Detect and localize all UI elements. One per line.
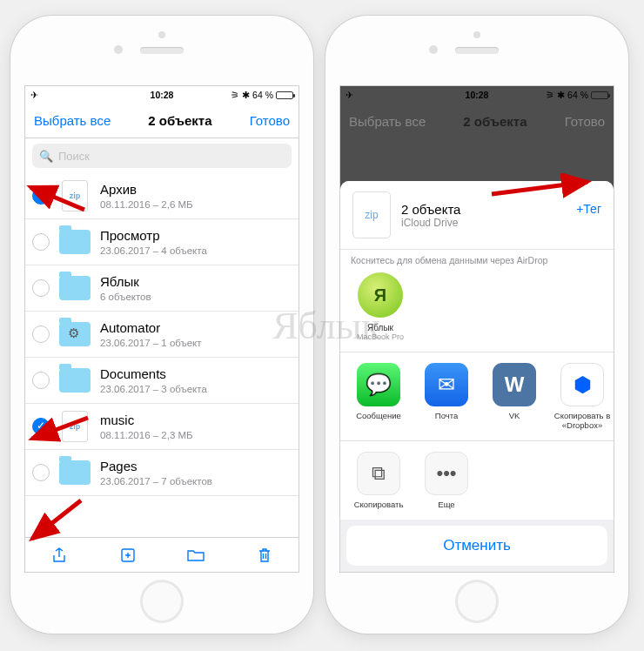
checkbox[interactable] [32,233,50,251]
phone-left: ✈︎ 10:28 ⚞ ✱ 64 % Выбрать все 2 объекта … [10,16,313,634]
more-icon: ••• [425,452,468,495]
app-row: 💬Сообщение✉︎ПочтаWVK⬢Скопировать в «Drop… [340,352,614,441]
item-title: Pages [100,459,290,474]
search-icon: 🔍 [39,150,53,163]
share-title: 2 объекта [401,202,460,217]
action-more[interactable]: •••Еще [415,452,478,509]
folder-automator-icon [58,318,91,351]
app-label: Сообщение [347,411,410,420]
item-subtitle: 6 объектов [100,292,290,302]
action-label: Еще [415,500,478,509]
share-header: zip 2 объекта iCloud Drive +Тег [340,181,614,250]
checkbox[interactable] [32,372,50,389]
airdrop-section: Коснитесь для обмена данными через AirDr… [340,250,614,352]
navbar-title: 2 объекта [463,114,527,129]
folder-icon [58,364,91,397]
share-app-mail[interactable]: ✉︎Почта [415,363,478,430]
screen-right: ✈︎ 10:28 ⚞ ✱ 64 % Выбрать все 2 объекта … [339,85,614,573]
share-app-vk[interactable]: WVK [483,363,546,430]
item-title: Automator [100,320,290,336]
item-subtitle: 08.11.2016 – 2,6 МБ [100,199,290,210]
list-item[interactable]: Automator23.06.2017 – 1 объект [25,312,299,358]
trash-icon[interactable] [255,546,274,565]
item-title: Архив [100,182,290,198]
done-button[interactable]: Готово [250,113,290,128]
search-placeholder: Поиск [58,150,90,163]
add-tag-button[interactable]: +Тег [576,202,601,216]
watermark-text: Яблык [272,304,380,348]
zip-file-icon: zip [58,179,91,212]
action-row: ⧉Скопировать•••Еще [340,441,614,520]
file-list: zipАрхив08.11.2016 – 2,6 МБПросмотр23.06… [25,173,299,537]
toolbar [25,537,299,572]
move-icon[interactable] [186,546,205,565]
folder-icon [58,225,91,258]
navbar-dimmed: Выбрать все 2 объекта Готово [340,104,614,138]
list-item[interactable]: Documents23.06.2017 – 3 объекта [25,358,299,404]
item-title: Просмотр [100,228,290,244]
share-icon[interactable] [50,546,69,565]
share-sheet: zip 2 объекта iCloud Drive +Тег Коснитес… [340,181,614,572]
folder-icon [58,456,91,489]
item-title: Documents [100,366,290,382]
list-item[interactable]: zipmusic08.11.2016 – 2,3 МБ [25,404,299,450]
checkbox[interactable] [32,326,50,343]
dbx-icon: ⬢ [560,363,604,406]
done-button: Готово [565,114,605,129]
share-source: iCloud Drive [401,217,460,229]
checkbox[interactable] [32,464,50,481]
home-button[interactable] [455,580,499,623]
navbar: Выбрать все 2 объекта Готово [25,104,299,138]
item-subtitle: 23.06.2017 – 1 объект [100,338,290,348]
list-item[interactable]: Pages23.06.2017 – 7 объектов [25,450,299,496]
list-item[interactable]: zipАрхив08.11.2016 – 2,6 МБ [25,173,299,219]
zip-file-icon: zip [352,191,391,238]
select-all-button[interactable]: Выбрать все [34,113,111,128]
checkbox[interactable] [32,418,50,435]
mail-icon: ✉︎ [425,363,468,406]
vk-icon: W [493,363,536,406]
app-label: Скопировать в «Dropbox» [551,411,614,430]
item-title: Яблык [100,274,290,290]
share-app-msg[interactable]: 💬Сообщение [347,363,410,430]
airdrop-hint: Коснитесь для обмена данными через AirDr… [351,255,603,265]
item-title: music [100,413,290,428]
status-bar: ✈︎ 10:28 ⚞ ✱ 64 % [25,86,299,104]
bluetooth-icon: ⚞ ✱ [231,90,250,100]
new-folder-icon[interactable] [118,546,138,565]
battery-percent: 64 % [252,90,273,100]
copy-icon: ⧉ [357,452,400,495]
select-all-button: Выбрать все [349,114,426,129]
airplane-icon: ✈︎ [30,90,38,100]
item-subtitle: 23.06.2017 – 7 объектов [100,476,290,487]
navbar-title: 2 объекта [148,113,211,128]
checkbox[interactable] [32,279,50,297]
item-subtitle: 08.11.2016 – 2,3 МБ [100,430,290,440]
msg-icon: 💬 [357,363,400,406]
list-item[interactable]: Просмотр23.06.2017 – 4 объекта [25,219,299,265]
action-copy[interactable]: ⧉Скопировать [347,452,410,509]
app-label: Почта [415,411,478,420]
share-app-dbx[interactable]: ⬢Скопировать в «Dropbox» [551,363,614,430]
checkbox[interactable] [32,187,50,205]
cancel-button[interactable]: Отменить [346,526,607,566]
screen-left: ✈︎ 10:28 ⚞ ✱ 64 % Выбрать все 2 объекта … [24,85,299,573]
action-label: Скопировать [347,500,410,509]
item-subtitle: 23.06.2017 – 4 объекта [100,245,290,256]
home-button[interactable] [140,580,184,623]
list-item[interactable]: Яблык6 объектов [25,265,299,312]
zip-file-icon: zip [58,410,91,443]
folder-icon [58,272,91,305]
app-label: VK [483,411,546,420]
search-input[interactable]: 🔍 Поиск [32,144,292,168]
status-time: 10:28 [151,90,174,100]
battery-icon [276,91,293,99]
item-subtitle: 23.06.2017 – 3 объекта [100,384,290,394]
